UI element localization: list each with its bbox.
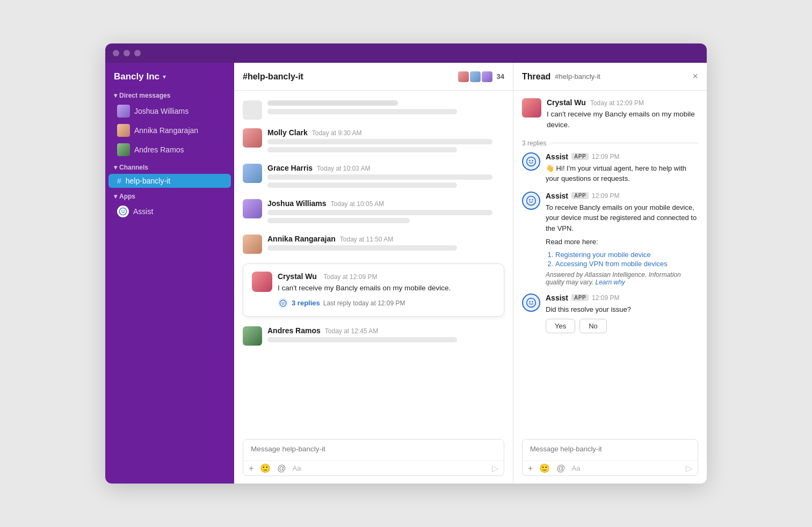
sidebar-item-andres-ramos[interactable]: Andres Ramos bbox=[108, 141, 231, 159]
main-area: Bancly Inc ▾ ▾ Direct messages Joshua Wi… bbox=[105, 63, 707, 484]
thread-original-text: I can't receive my Bancly emails on my m… bbox=[547, 109, 698, 131]
channel-label: help-bancly-it bbox=[126, 177, 170, 185]
format-text-label: Aa bbox=[293, 464, 301, 472]
svg-point-14 bbox=[532, 301, 533, 303]
channel-input-box: + 🙂 @ Aa ▷ bbox=[243, 439, 504, 476]
andres-msg-time: Today at 12:45 AM bbox=[325, 327, 378, 335]
assist-link-2[interactable]: Accessing VPN from mobile devices bbox=[555, 260, 698, 268]
title-bar bbox=[105, 43, 707, 63]
assist-icon-2 bbox=[522, 192, 540, 210]
assist-label: Assist bbox=[133, 207, 153, 216]
send-icon[interactable]: ▷ bbox=[492, 463, 498, 473]
assist-text-1: 👋 Hi! I'm your virtual agent, here to he… bbox=[546, 163, 698, 184]
assist-links: Registering your mobile device Accessing… bbox=[546, 251, 698, 268]
joshua-label: Joshua Williams bbox=[134, 107, 189, 115]
hash-icon: # bbox=[117, 177, 121, 185]
workspace-header[interactable]: Bancly Inc ▾ bbox=[105, 63, 234, 87]
molly-name: Molly Clark bbox=[267, 128, 308, 137]
assist-badge-2: APP bbox=[571, 192, 589, 199]
thread-title: Thread bbox=[522, 72, 550, 82]
andres-msg-name: Andres Ramos bbox=[267, 326, 321, 335]
crystal-highlight-name: Crystal Wu bbox=[278, 272, 317, 281]
assist-icon-3 bbox=[522, 294, 540, 312]
resolve-no-button[interactable]: No bbox=[579, 319, 607, 333]
placeholder-avatar bbox=[243, 100, 262, 120]
thread-messages: Crystal Wu Today at 12:09 PM I can't rec… bbox=[513, 91, 707, 434]
thread-panel: Thread #help-bancly-it × Crystal Wu Toda… bbox=[513, 63, 707, 484]
molly-avatar bbox=[243, 128, 262, 148]
channels-section-label: ▾ Channels bbox=[105, 159, 234, 173]
crystal-highlight-avatar bbox=[252, 272, 272, 292]
thread-crystal-avatar bbox=[522, 98, 541, 118]
channel-message-input[interactable] bbox=[243, 440, 504, 458]
replies-link[interactable]: 3 replies bbox=[292, 299, 320, 307]
resolve-yes-button[interactable]: Yes bbox=[546, 319, 575, 333]
header-avatars bbox=[458, 71, 492, 82]
thread-channel-name: #help-bancly-it bbox=[555, 72, 600, 80]
highlighted-message-crystal-wu[interactable]: Crystal Wu Today at 12:09 PM I can't rec… bbox=[243, 264, 504, 317]
assist-link-1[interactable]: Registering your mobile device bbox=[555, 251, 698, 259]
emoji-icon[interactable]: 🙂 bbox=[260, 463, 271, 473]
channel-header: #help-bancly-it 34 bbox=[234, 63, 513, 91]
replies-divider: 3 replies bbox=[522, 140, 698, 147]
joshua-msg-name: Joshua Williams bbox=[267, 199, 327, 208]
joshua-msg-avatar bbox=[243, 199, 262, 218]
assist-text-2: To receive Bancly emails on your mobile … bbox=[546, 202, 698, 234]
resolve-buttons: Yes No bbox=[546, 319, 698, 333]
annika-content: Annika Rangarajan Today at 11:50 AM bbox=[267, 235, 504, 253]
replies-assist-icon bbox=[278, 298, 288, 309]
member-count: 34 bbox=[497, 72, 504, 80]
sidebar-item-annika-rangarajan[interactable]: Annika Rangarajan bbox=[108, 121, 231, 140]
sidebar-item-joshua-williams[interactable]: Joshua Williams bbox=[108, 102, 231, 120]
channel-input-area: + 🙂 @ Aa ▷ bbox=[234, 434, 513, 484]
svg-point-5 bbox=[284, 302, 285, 303]
molly-content: Molly Clark Today at 9:30 AM bbox=[267, 128, 504, 155]
assist-time-1: 12:09 PM bbox=[592, 153, 619, 160]
channel-title: #help-bancly-it bbox=[243, 72, 454, 82]
learn-why-link[interactable]: Learn why bbox=[595, 279, 625, 286]
thread-mention-icon[interactable]: @ bbox=[556, 464, 565, 473]
apps-section-label: ▾ Apps bbox=[105, 188, 234, 202]
header-avatar-3 bbox=[482, 71, 492, 82]
thread-input-box: + 🙂 @ Aa ▷ bbox=[522, 439, 698, 476]
sidebar-item-assist[interactable]: Assist bbox=[108, 203, 231, 220]
grace-name: Grace Harris bbox=[267, 164, 313, 172]
assist-name-1: Assist bbox=[546, 152, 568, 161]
assist-message-2: Assist APP 12:09 PM To receive Bancly em… bbox=[522, 192, 698, 286]
message-joshua-williams: Joshua Williams Today at 10:05 AM bbox=[243, 196, 504, 229]
message-molly-clark: Molly Clark Today at 9:30 AM bbox=[243, 125, 504, 158]
assist-message-1: Assist APP 12:09 PM 👋 Hi! I'm your virtu… bbox=[522, 152, 698, 184]
thread-plus-icon[interactable]: + bbox=[528, 464, 533, 473]
mention-icon[interactable]: @ bbox=[277, 464, 286, 473]
replies-count-label: 3 replies bbox=[522, 140, 546, 147]
svg-point-13 bbox=[529, 301, 531, 303]
message-annika-rangarajan: Annika Rangarajan Today at 11:50 AM bbox=[243, 231, 504, 257]
thread-sender-name: Crystal Wu bbox=[547, 98, 586, 107]
assist-read-more: Read more here: bbox=[546, 237, 698, 247]
thread-sender-time: Today at 12:09 PM bbox=[590, 99, 644, 107]
thread-message-input[interactable] bbox=[523, 440, 698, 458]
assist-attribution: Answered by Atlassian Intelligence. Info… bbox=[546, 271, 698, 286]
thread-send-icon[interactable]: ▷ bbox=[686, 463, 692, 473]
svg-point-6 bbox=[527, 157, 536, 166]
channel-input-toolbar: + 🙂 @ Aa ▷ bbox=[243, 460, 504, 475]
header-avatar-1 bbox=[458, 71, 469, 82]
joshua-content: Joshua Williams Today at 10:05 AM bbox=[267, 199, 504, 226]
thread-format-text-label: Aa bbox=[572, 464, 581, 472]
plus-icon[interactable]: + bbox=[249, 464, 253, 473]
grace-avatar bbox=[243, 164, 262, 183]
svg-point-4 bbox=[281, 302, 282, 303]
thread-header: Thread #help-bancly-it × bbox=[513, 63, 707, 91]
workspace-name: Bancly Inc bbox=[114, 71, 160, 82]
annika-msg-time: Today at 11:50 AM bbox=[340, 236, 393, 243]
assist-message-3: Assist APP 12:09 PM Did this resolve you… bbox=[522, 294, 698, 334]
svg-point-0 bbox=[119, 208, 126, 215]
sidebar-item-help-bancly-it[interactable]: # help-bancly-it bbox=[108, 174, 231, 188]
assist-badge-3: APP bbox=[571, 294, 589, 301]
andres-msg-avatar bbox=[243, 326, 262, 346]
thread-original-message: Crystal Wu Today at 12:09 PM I can't rec… bbox=[522, 98, 698, 131]
thread-close-button[interactable]: × bbox=[692, 71, 698, 82]
svg-point-10 bbox=[529, 199, 531, 201]
svg-point-9 bbox=[527, 196, 536, 205]
thread-emoji-icon[interactable]: 🙂 bbox=[539, 463, 550, 473]
